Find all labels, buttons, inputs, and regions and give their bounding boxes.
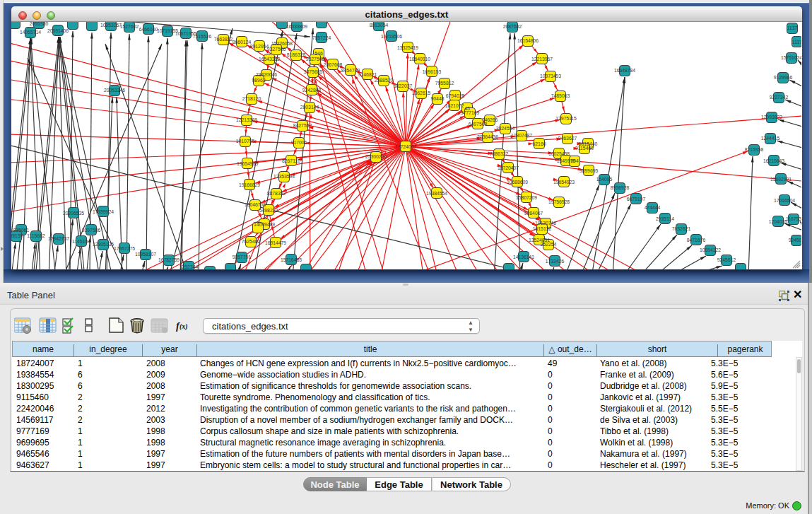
svg-text:252254: 252254	[541, 242, 557, 247]
svg-text:23420046: 23420046	[256, 72, 277, 77]
svg-text:20691406: 20691406	[47, 28, 69, 33]
svg-text:9397586: 9397586	[82, 228, 101, 233]
svg-text:164095: 164095	[596, 177, 613, 182]
svg-text:15720407: 15720407	[498, 165, 519, 170]
svg-text:17359924: 17359924	[93, 209, 114, 214]
svg-text:39159: 39159	[11, 233, 23, 238]
svg-text:8958928: 8958928	[611, 185, 630, 190]
svg-text:8471676: 8471676	[687, 238, 706, 243]
svg-text:20053346: 20053346	[104, 88, 125, 93]
svg-text:7485063: 7485063	[551, 93, 570, 98]
svg-text:2588520: 2588520	[375, 78, 394, 83]
svg-text:5498222: 5498222	[259, 208, 278, 213]
svg-text:16154806: 16154806	[517, 38, 539, 43]
svg-text:10958107: 10958107	[135, 252, 156, 257]
svg-text:7625402: 7625402	[242, 239, 261, 244]
svg-text:9115460: 9115460	[575, 146, 594, 151]
svg-text:8813054: 8813054	[370, 23, 389, 28]
svg-text:6466160: 6466160	[139, 27, 158, 32]
svg-text:17957275: 17957275	[114, 246, 135, 251]
svg-text:6794028: 6794028	[446, 93, 465, 98]
svg-text:8215958: 8215958	[745, 147, 764, 152]
svg-text:116753: 116753	[786, 216, 801, 221]
svg-text:924502: 924502	[789, 238, 801, 243]
svg-text:98963: 98963	[252, 78, 266, 83]
svg-text:1204035: 1204035	[769, 219, 788, 224]
svg-text:10025438: 10025438	[548, 151, 570, 156]
svg-text:90448: 90448	[431, 96, 445, 101]
svg-text:9129966: 9129966	[774, 75, 793, 80]
svg-text:2803144: 2803144	[300, 105, 319, 110]
svg-text:9899695: 9899695	[579, 168, 599, 173]
svg-text:1292344: 1292344	[180, 264, 199, 269]
svg-text:12942737: 12942737	[48, 236, 69, 241]
svg-text:1733426: 1733426	[546, 259, 565, 264]
svg-text:7515526: 7515526	[193, 34, 212, 39]
svg-text:16033809: 16033809	[286, 24, 307, 29]
svg-text:9463627: 9463627	[558, 136, 577, 141]
svg-text:546: 546	[314, 51, 323, 56]
svg-text:2718120: 2718120	[242, 96, 261, 101]
svg-text:12975115: 12975115	[555, 116, 577, 121]
svg-text:8267110: 8267110	[282, 158, 300, 163]
svg-text:19654923: 19654923	[553, 180, 575, 185]
svg-text:17016504: 17016504	[774, 198, 795, 203]
svg-text:12905135: 12905135	[93, 242, 114, 247]
svg-text:15751024: 15751024	[781, 55, 801, 60]
svg-text:1621072: 1621072	[445, 103, 464, 108]
svg-text:9227342: 9227342	[770, 95, 789, 100]
svg-text:16782759: 16782759	[158, 257, 180, 262]
svg-text:7663822: 7663822	[214, 37, 233, 42]
svg-text:14099489: 14099489	[254, 222, 275, 227]
svg-text:19166829: 19166829	[239, 182, 260, 187]
svg-text:9242848: 9242848	[302, 88, 322, 93]
svg-text:12213967: 12213967	[531, 57, 553, 62]
svg-text:1615132: 1615132	[533, 226, 552, 231]
svg-text:14055714: 14055714	[20, 30, 41, 35]
svg-text:474444: 474444	[645, 205, 661, 210]
svg-text:20364436: 20364436	[477, 134, 498, 139]
svg-text:835061: 835061	[13, 228, 30, 233]
svg-text:1145194: 1145194	[72, 239, 90, 244]
svg-text:1244415: 1244415	[761, 136, 780, 141]
svg-text:10654122: 10654122	[700, 247, 721, 252]
svg-text:10973493: 10973493	[540, 74, 561, 78]
svg-text:7386322: 7386322	[490, 151, 509, 156]
svg-text:3375685: 3375685	[304, 69, 323, 74]
svg-text:2087682: 2087682	[503, 24, 522, 29]
svg-text:20206535: 20206535	[63, 211, 84, 216]
svg-text:9146821: 9146821	[358, 72, 377, 77]
svg-text:1137: 1137	[787, 25, 798, 30]
svg-text:8427552: 8427552	[293, 123, 312, 128]
svg-text:9327508: 9327508	[306, 57, 325, 62]
svg-text:16648784: 16648784	[614, 68, 635, 73]
svg-text:3824554: 3824554	[496, 126, 515, 131]
svg-text:15226058: 15226058	[271, 41, 293, 46]
svg-text:10120746: 10120746	[535, 221, 556, 226]
svg-text:19384554: 19384554	[426, 191, 447, 196]
svg-text:917006: 917006	[291, 140, 307, 145]
svg-text:19654983: 19654983	[237, 161, 258, 166]
svg-text:18640910: 18640910	[409, 57, 430, 62]
svg-text:9245612: 9245612	[717, 257, 736, 262]
svg-text:62160: 62160	[533, 141, 546, 146]
svg-text:25300295: 25300295	[365, 154, 387, 159]
svg-text:8878352: 8878352	[267, 191, 286, 196]
svg-text:16543362: 16543362	[259, 57, 280, 62]
svg-text:12353594: 12353594	[273, 174, 295, 179]
svg-text:16914479: 16914479	[265, 240, 286, 245]
svg-text:(x): (x)	[180, 322, 188, 331]
svg-text:14136141: 14136141	[513, 255, 534, 259]
svg-text:13325419: 13325419	[397, 45, 418, 50]
svg-text:18724007: 18724007	[395, 144, 416, 149]
svg-text:1010755: 1010755	[236, 139, 255, 144]
svg-text:9857791: 9857791	[233, 255, 252, 259]
svg-text:2055380: 2055380	[30, 22, 49, 26]
svg-text:1527602: 1527602	[120, 24, 139, 29]
svg-text:10853267: 10853267	[100, 23, 122, 28]
svg-text:8186328: 8186328	[287, 52, 306, 57]
svg-text:19218506: 19218506	[381, 34, 402, 39]
svg-text:10046708: 10046708	[245, 202, 266, 207]
svg-text:12093822: 12093822	[761, 115, 782, 119]
svg-text:15692991: 15692991	[770, 177, 792, 182]
